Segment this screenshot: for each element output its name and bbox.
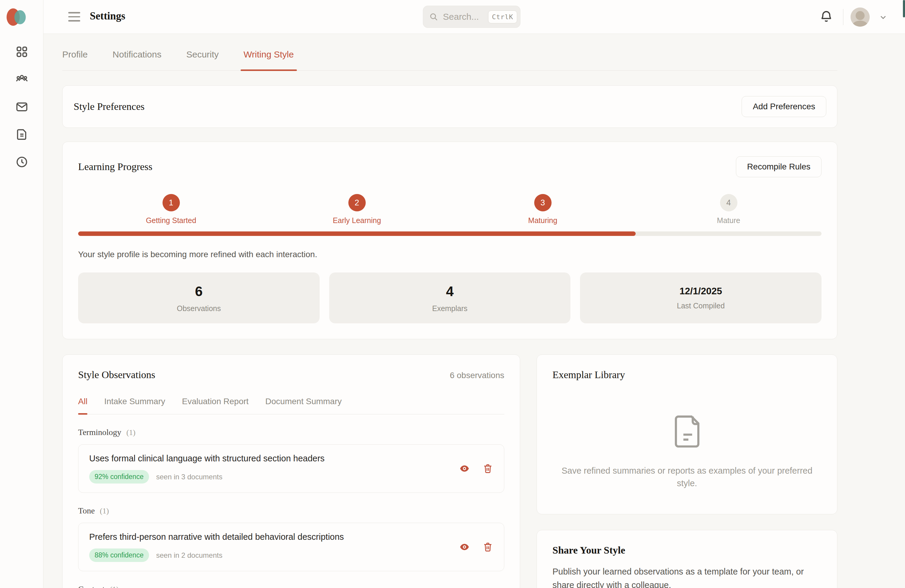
exemplar-library-title: Exemplar Library (553, 369, 821, 380)
step-1-dot: 1 (162, 194, 180, 211)
add-preferences-button[interactable]: Add Preferences (741, 96, 826, 117)
step-early-learning: 2 Early Learning (264, 194, 450, 225)
learning-progress-title: Learning Progress (78, 161, 152, 172)
chevron-down-icon[interactable] (879, 13, 888, 22)
stats-row: 6 Observations 4 Exemplars 12/1/2025 Las… (78, 272, 821, 323)
observation-text: Uses formal clinical language with struc… (89, 454, 450, 464)
share-style-title: Share Your Style (553, 545, 821, 556)
top-header: Settings Search... CtrlK (43, 0, 905, 34)
eye-icon[interactable] (459, 463, 470, 474)
exemplar-library-card: Exemplar Library Save refined summaries … (537, 354, 837, 514)
stat-exemplars-value: 4 (446, 283, 454, 299)
tab-notifications[interactable]: Notifications (113, 49, 161, 70)
step-1-label: Getting Started (146, 216, 196, 225)
header-divider (843, 9, 843, 25)
group-tone-count: (1) (100, 507, 109, 515)
stat-exemplars: 4 Exemplars (329, 272, 571, 323)
obs-tab-all[interactable]: All (78, 397, 87, 414)
settings-tabs: Profile Notifications Security Writing S… (62, 34, 837, 71)
eye-icon[interactable] (459, 542, 470, 552)
confidence-badge: 88% confidence (89, 548, 149, 562)
bell-icon[interactable] (819, 10, 833, 24)
stat-last-compiled: 12/1/2025 Last Compiled (580, 272, 821, 323)
stat-last-compiled-label: Last Compiled (677, 302, 725, 310)
menu-icon[interactable] (68, 11, 81, 22)
progress-stepper: 1 Getting Started 2 Early Learning 3 Mat… (78, 194, 821, 225)
search-input[interactable]: Search... CtrlK (423, 6, 521, 28)
obs-tab-document-summary[interactable]: Document Summary (265, 397, 342, 414)
step-3-dot: 3 (534, 194, 552, 211)
recompile-rules-button[interactable]: Recompile Rules (736, 156, 821, 177)
step-2-dot: 2 (348, 194, 366, 211)
step-mature: 4 Mature (636, 194, 821, 225)
group-content: Content (1) (78, 585, 504, 588)
learning-progress-description: Your style profile is becoming more refi… (78, 250, 821, 259)
tab-writing-style[interactable]: Writing Style (244, 49, 294, 70)
obs-tab-evaluation-report[interactable]: Evaluation Report (182, 397, 249, 414)
share-style-description: Publish your learned observations as a t… (553, 565, 821, 588)
exemplar-empty-text: Save refined summaries or reports as exa… (561, 464, 813, 489)
stat-observations-value: 6 (195, 283, 203, 299)
group-terminology-count: (1) (126, 428, 135, 437)
step-4-dot: 4 (720, 194, 737, 211)
users-icon[interactable] (15, 72, 29, 86)
scrollbar-thumb[interactable] (903, 0, 905, 17)
stat-last-compiled-value: 12/1/2025 (680, 286, 722, 297)
share-your-style-card: Share Your Style Publish your learned ob… (537, 530, 837, 588)
stat-observations-label: Observations (177, 304, 221, 313)
step-2-label: Early Learning (333, 216, 381, 225)
clock-icon[interactable] (15, 155, 29, 169)
search-shortcut: CtrlK (488, 11, 517, 23)
file-icon[interactable] (15, 127, 29, 141)
app-logo (6, 8, 31, 26)
tab-profile[interactable]: Profile (62, 49, 88, 70)
stat-observations: 6 Observations (78, 272, 320, 323)
document-icon (672, 414, 702, 450)
main-content: Profile Notifications Security Writing S… (43, 34, 905, 588)
trash-icon[interactable] (483, 463, 493, 474)
group-tone: Tone (1) Prefers third-person narrative … (78, 506, 504, 571)
group-content-count: (1) (110, 585, 119, 588)
observations-count: 6 observations (450, 371, 504, 380)
search-icon (429, 12, 438, 21)
seen-in-label: seen in 3 documents (156, 473, 222, 481)
progress-fill (78, 231, 636, 236)
group-content-label: Content (78, 585, 105, 588)
sidebar (0, 0, 43, 588)
progress-bar (78, 231, 821, 236)
trash-icon[interactable] (483, 542, 493, 552)
style-observations-card: Style Observations 6 observations All In… (62, 354, 520, 588)
observation-item: Prefers third-person narrative with deta… (78, 523, 504, 571)
page-title: Settings (90, 10, 125, 22)
avatar[interactable] (851, 8, 870, 27)
observation-text: Prefers third-person narrative with deta… (89, 532, 450, 542)
step-4-label: Mature (717, 216, 740, 225)
seen-in-label: seen in 2 documents (156, 551, 222, 559)
observation-item: Uses formal clinical language with struc… (78, 444, 504, 493)
learning-progress-card: Learning Progress Recompile Rules 1 Gett… (62, 141, 837, 339)
step-getting-started: 1 Getting Started (78, 194, 264, 225)
step-maturing: 3 Maturing (450, 194, 636, 225)
observation-filter-tabs: All Intake Summary Evaluation Report Doc… (78, 397, 504, 414)
style-preferences-card: Style Preferences Add Preferences (62, 85, 837, 128)
obs-tab-intake-summary[interactable]: Intake Summary (104, 397, 165, 414)
group-tone-label: Tone (78, 506, 95, 515)
group-terminology: Terminology (1) Uses formal clinical lan… (78, 427, 504, 493)
style-observations-title: Style Observations (78, 369, 155, 380)
grid-icon[interactable] (15, 45, 29, 59)
confidence-badge: 92% confidence (89, 470, 149, 483)
step-3-label: Maturing (528, 216, 557, 225)
group-terminology-label: Terminology (78, 427, 121, 437)
search-placeholder: Search... (443, 12, 488, 22)
tab-security[interactable]: Security (186, 49, 219, 70)
stat-exemplars-label: Exemplars (432, 304, 467, 313)
mail-icon[interactable] (15, 100, 29, 114)
style-preferences-title: Style Preferences (74, 101, 144, 112)
